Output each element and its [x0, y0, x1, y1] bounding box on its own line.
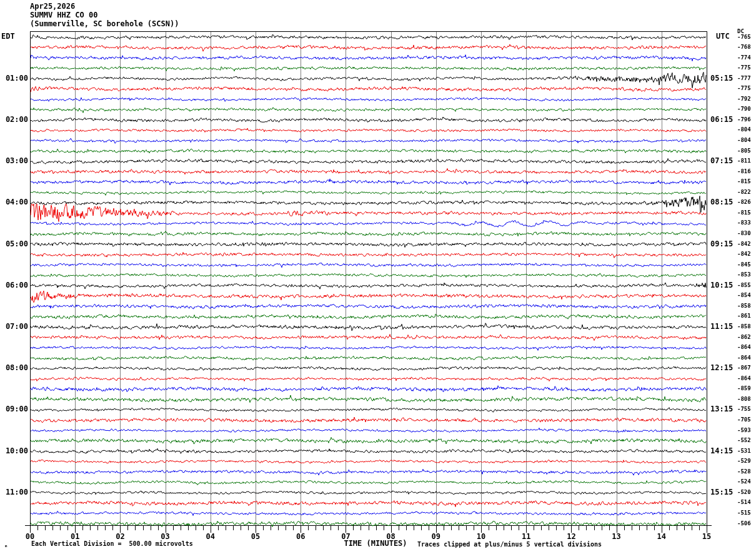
x-tick-label: 09: [432, 533, 440, 541]
utc-hour-label: 15:15: [710, 488, 733, 496]
dc-value: -854: [737, 293, 751, 298]
dc-value: -826: [737, 199, 751, 205]
utc-hour-label: 09:15: [710, 240, 733, 248]
x-tick-label: 10: [477, 533, 485, 541]
x-axis-title: TIME (MINUTES): [344, 540, 407, 548]
dc-value: -833: [737, 220, 751, 226]
dc-value: -531: [737, 448, 751, 454]
title-station: SUMMV HHZ CO 00: [30, 11, 97, 19]
dc-value: -520: [737, 490, 751, 495]
edt-hour-label: 01:00: [1, 74, 28, 83]
dc-value: -552: [737, 438, 751, 443]
edt-hour-label: 07:00: [1, 323, 28, 331]
dc-value: -765: [737, 34, 751, 40]
dc-value: -529: [737, 458, 751, 464]
x-tick-label: 15: [702, 533, 711, 541]
dc-value: -775: [737, 65, 751, 71]
dc-value: -859: [737, 386, 751, 391]
dc-value: -864: [737, 345, 751, 350]
dc-value: -528: [737, 469, 751, 475]
title-location: (Summerville, SC borehole (SCSN)): [30, 20, 179, 28]
footer-glyph: ₘ: [4, 543, 7, 548]
utc-hour-label: 07:15: [710, 157, 733, 165]
dc-value: -790: [737, 106, 751, 112]
dc-value: -515: [737, 510, 751, 516]
edt-hour-label: 05:00: [1, 240, 28, 248]
webicorder-display: Apr25,2026 SUMMV HHZ CO 00 (Summerville,…: [0, 0, 756, 554]
dc-value: -506: [737, 521, 751, 526]
dc-value: -524: [737, 479, 751, 485]
dc-value: -593: [737, 428, 751, 433]
edt-hour-label: 04:00: [1, 198, 28, 206]
dc-value: -804: [737, 138, 751, 143]
x-tick-label: 00: [26, 533, 34, 541]
edt-hour-label: 08:00: [1, 364, 28, 372]
dc-value: -808: [737, 396, 751, 402]
edt-hour-label: 11:00: [1, 488, 28, 496]
dc-value: -777: [737, 76, 751, 81]
dc-value: -858: [737, 324, 751, 330]
x-tick-label: 06: [296, 533, 305, 541]
dc-value: -864: [737, 376, 751, 381]
dc-value: -842: [737, 251, 751, 257]
utc-hour-label: 14:15: [710, 447, 733, 455]
dc-value: -774: [737, 55, 751, 61]
dc-value: -822: [737, 189, 751, 195]
dc-value: -862: [737, 335, 751, 340]
utc-hour-label: 11:15: [710, 323, 733, 331]
dc-value: -867: [737, 365, 751, 371]
dc-value: -864: [737, 355, 751, 361]
x-tick-label: 04: [206, 533, 215, 541]
edt-hour-label: 10:00: [1, 447, 28, 455]
dc-value: -514: [737, 500, 751, 505]
dc-value: -805: [737, 148, 751, 154]
dc-value: -815: [737, 210, 751, 216]
dc-value: -853: [737, 272, 751, 278]
clipping-note: Traces clipped at plus/minus 5 vertical …: [417, 541, 602, 548]
edt-hour-label: 09:00: [1, 405, 28, 413]
x-tick-label: 11: [522, 533, 530, 541]
utc-hour-label: 10:15: [710, 281, 733, 290]
edt-axis-header: EDT: [1, 33, 15, 41]
dc-value: -855: [737, 283, 751, 288]
x-tick-label: 02: [116, 533, 124, 541]
dc-value: -861: [737, 313, 751, 319]
dc-value: -842: [737, 241, 751, 247]
edt-hour-label: 02:00: [1, 116, 28, 124]
dc-value: -816: [737, 169, 751, 174]
dc-value: -768: [737, 44, 751, 50]
dc-value: -811: [737, 158, 751, 164]
dc-value: -858: [737, 303, 751, 309]
edt-hour-label: 06:00: [1, 281, 28, 290]
utc-hour-label: 12:15: [710, 364, 733, 372]
x-tick-label: 05: [251, 533, 260, 541]
utc-axis-header: UTC: [716, 33, 730, 41]
x-tick-label: 03: [161, 533, 169, 541]
title-date: Apr25,2026: [30, 3, 75, 11]
edt-hour-label: 03:00: [1, 157, 28, 165]
utc-hour-label: 06:15: [710, 116, 733, 124]
dc-value: -815: [737, 179, 751, 184]
dc-value: -804: [737, 127, 751, 133]
x-tick-label: 13: [612, 533, 620, 541]
scale-note: Each Vertical Division = 500.00 microvol…: [31, 541, 193, 548]
dc-value: -755: [737, 406, 751, 412]
utc-hour-label: 08:15: [710, 198, 733, 206]
dc-value: -705: [737, 417, 751, 423]
x-tick-label: 12: [567, 533, 575, 541]
dc-value: -830: [737, 231, 751, 236]
x-tick-label: 14: [657, 533, 666, 541]
dc-value: -775: [737, 86, 751, 91]
dc-value: -792: [737, 96, 751, 102]
utc-hour-label: 05:15: [710, 74, 733, 83]
utc-hour-label: 13:15: [710, 405, 733, 413]
dc-value: -796: [737, 117, 751, 123]
seismogram-canvas: [0, 0, 756, 554]
x-tick-label: 01: [71, 533, 79, 541]
dc-value: -845: [737, 262, 751, 268]
